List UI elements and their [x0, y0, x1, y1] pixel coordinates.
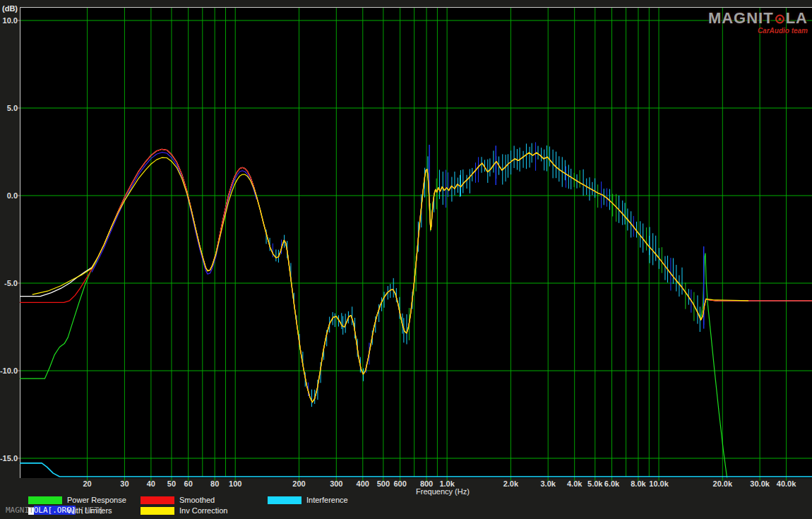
y-tick-label: -10.0 [0, 366, 18, 375]
target-circle-icon [775, 11, 785, 27]
frequency-response-chart: 2030405060801002003004005006008001.0k2.0… [0, 0, 812, 519]
x-tick-label: 6.0k [604, 479, 620, 488]
y-tick-label: -5.0 [4, 279, 18, 287]
y-tick-label: 0.0 [7, 191, 18, 200]
x-tick-label: 600 [393, 479, 406, 488]
watermark: MAGNITOLA[.ORG][NET] [6, 506, 103, 515]
plot-area[interactable] [20, 7, 812, 478]
x-tick-label: 50 [167, 479, 176, 488]
x-tick-label: 3.0k [541, 479, 556, 488]
x-axis-title: Frequency (Hz) [416, 487, 470, 496]
y-tick-label: 10.0 [3, 16, 18, 25]
x-tick-label: 20 [83, 479, 91, 488]
x-tick-label: 2.0k [503, 479, 519, 488]
x-tick-label: 5.0k [587, 479, 603, 488]
brand-title: MAGNITLA [708, 11, 808, 27]
y-tick-label: -15.0 [0, 454, 18, 463]
x-tick-label: 8.0k [631, 479, 646, 488]
x-tick-label: 400 [357, 479, 369, 488]
y-axis: 10.05.00.0-5.0-10.0-15.0(dB) [0, 4, 20, 463]
brand-logo: MAGNITLA CarAudio team [708, 11, 808, 35]
watermark-prefix: MAGNIT [6, 506, 34, 515]
x-axis: 2030405060801002003004005006008001.0k2.0… [83, 477, 796, 496]
x-tick-label: 80 [210, 479, 219, 488]
y-tick-label: 5.0 [7, 104, 18, 112]
brand-title-post: LA [786, 9, 808, 27]
x-tick-label: 30 [120, 479, 129, 488]
x-tick-label: 30.0k [750, 479, 770, 488]
x-tick-label: 4.0k [567, 479, 583, 488]
x-tick-label: 100 [229, 479, 241, 488]
x-tick-label: 300 [330, 479, 342, 488]
brand-title-pre: MAGNIT [708, 9, 774, 27]
watermark-tail: [NET] [80, 506, 103, 515]
brand-subtitle: CarAudio team [708, 28, 808, 35]
watermark-highlight: OLA[.ORG] [34, 506, 76, 515]
x-tick-label: 500 [377, 479, 390, 488]
rta-measurement-screenshot: 2030405060801002003004005006008001.0k2.0… [0, 0, 812, 519]
y-axis-unit: (dB) [2, 4, 18, 13]
x-tick-label: 20.0k [713, 479, 733, 488]
x-tick-label: 60 [184, 479, 193, 488]
x-tick-label: 200 [292, 479, 305, 488]
x-tick-label: 10.0k [649, 479, 669, 488]
x-tick-label: 40.0k [777, 479, 796, 488]
x-tick-label: 40 [147, 479, 155, 488]
